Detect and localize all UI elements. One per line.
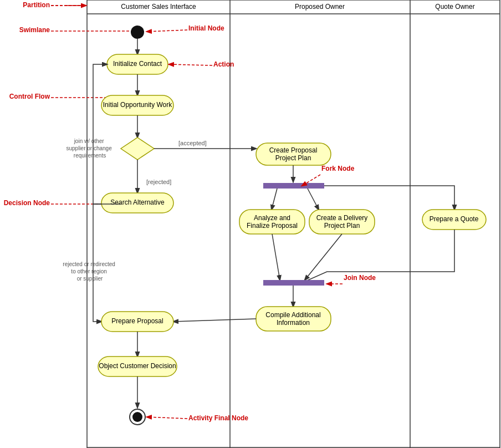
rejected-label: [rejected] (146, 179, 171, 185)
create-proposal-label: Create Proposal (269, 146, 318, 154)
swimlane-annotation-label: Swimlane (19, 26, 50, 34)
compile-additional-label1: Compile Additional (265, 311, 320, 319)
action-annotation-label: Action (213, 60, 234, 68)
fork-bar (263, 183, 324, 189)
flow-analyze-to-join (272, 234, 280, 280)
diagram-container: Customer Sales Interface Proposed Owner … (0, 0, 501, 448)
create-delivery-label2: Project Plan (324, 222, 360, 230)
activity-final-annotation-line (147, 417, 187, 419)
control-flow-annotation-label: Control Flow (9, 93, 50, 100)
rejected-redirected-label: rejected or redirected to other region o… (63, 261, 116, 282)
initial-node (131, 26, 144, 39)
initialize-contact-label: Initialize Contact (113, 60, 162, 68)
decision-node-1 (121, 138, 154, 160)
partition-label-qo: Quote Owner (435, 3, 474, 11)
accepted-label: [accepted] (178, 140, 207, 146)
create-proposal-label2: Project Plan (275, 154, 311, 162)
activity-final-inner (132, 412, 142, 422)
partition-label-po: Proposed Owner (295, 3, 345, 11)
analyze-finalize-label2: Finalize Proposal (247, 222, 298, 230)
compile-additional-label2: Information (277, 319, 310, 327)
flow-compile-to-prepare (173, 319, 256, 322)
flow-fork-to-quote (324, 186, 454, 210)
partition-label-csi: Customer Sales Interface (121, 3, 196, 11)
object-customer-label: Object Customer Decision (99, 362, 176, 370)
partition-annotation-label: Partition (23, 1, 50, 9)
fork-node-annotation-label: Fork Node (321, 165, 355, 172)
analyze-finalize-label1: Analyze and (254, 214, 290, 222)
prepare-proposal-label: Prepare Proposal (111, 317, 163, 325)
join-bar (263, 280, 324, 286)
join-other-label: join w/ other supplier or change require… (66, 138, 113, 159)
flow-fork-to-analyze (272, 189, 277, 210)
join-node-annotation-label: Join Node (344, 274, 376, 282)
prepare-quote-label: Prepare a Quote (430, 215, 479, 223)
flow-search-to-contact-loop (93, 64, 121, 204)
initial-node-annotation-line (147, 30, 187, 32)
search-alternative-label: Search Alternative (110, 198, 165, 206)
initial-node-annotation-label: Initial Node (188, 24, 224, 32)
decision-node-annotation-label: Decision Node (4, 199, 50, 207)
initial-opportunity-label: Initial Opportunity Work (103, 101, 172, 109)
activity-final-annotation-label: Activity Final Node (188, 414, 248, 422)
action-annotation-line (169, 64, 212, 65)
flow-fork-to-delivery (308, 189, 319, 210)
create-delivery-label1: Create a Delivery (316, 214, 368, 222)
flow-quote-to-join (302, 230, 454, 283)
